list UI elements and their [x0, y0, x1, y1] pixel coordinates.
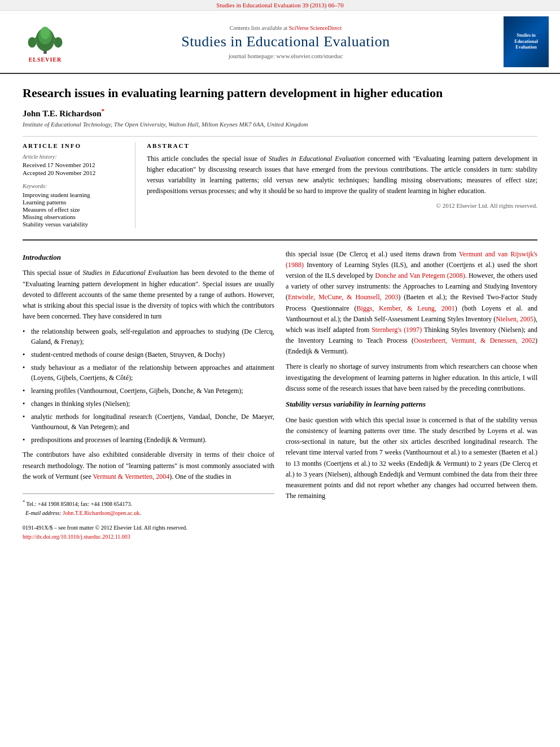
elsevier-tree-icon — [25, 21, 65, 55]
svg-point-7 — [54, 37, 63, 47]
keyword-5: Stability versus variability — [23, 221, 126, 228]
main-content: Research issues in evaluating learning p… — [0, 74, 560, 553]
journal-title: Studies in Educational Evaluation — [79, 33, 492, 50]
keywords-section: Keywords: Improving student learning Lea… — [23, 183, 126, 228]
right-para3: One basic question with which this speci… — [286, 415, 537, 502]
svg-point-6 — [28, 37, 37, 47]
cover-title: Studies inEducationalEvaluation — [514, 33, 537, 50]
doi-link: http://dx.doi.org/10.1016/j.stueduc.2012… — [23, 534, 130, 540]
bullet-2: student-centred methods of course design… — [23, 350, 274, 360]
article-info: ARTICLE INFO Article history: Received 1… — [23, 142, 135, 228]
top-bar: Studies in Educational Evaluation 39 (20… — [0, 0, 560, 11]
bullet-5: changes in thinking styles (Nielsen); — [23, 399, 274, 409]
left-column: Introduction This special issue of Studi… — [23, 249, 274, 542]
section-divider — [23, 239, 537, 241]
bullet-3: study behaviour as a mediator of the rel… — [23, 362, 274, 383]
article-meta: ARTICLE INFO Article history: Received 1… — [23, 136, 537, 228]
publisher-logo-area: ELSEVIER — [11, 21, 79, 63]
donche-petegem-link[interactable]: Donche and Van Petegem (2008) — [375, 272, 465, 279]
affiliation: Institute of Educational Technology, The… — [23, 121, 537, 128]
article-body: Introduction This special issue of Studi… — [23, 249, 537, 542]
oosterheert-link[interactable]: Oosterheert, Vermunt, & Denessen, 2002 — [414, 337, 535, 344]
article-info-title: ARTICLE INFO — [23, 142, 126, 149]
intro-heading: Introduction — [23, 252, 274, 264]
bullet-6: analytic methods for longitudinal resear… — [23, 412, 274, 432]
journal-cover-area: Studies inEducationalEvaluation — [492, 16, 549, 67]
accepted-date: Accepted 20 November 2012 — [23, 169, 126, 176]
footnote-text: * Tel.: +44 1908 858014; fax: +44 1908 6… — [23, 499, 274, 518]
bullet-7: predispositions and processes of learnin… — [23, 435, 274, 445]
journal-cover: Studies inEducationalEvaluation — [504, 16, 549, 67]
keywords-label: Keywords: — [23, 183, 126, 189]
entwistle-link[interactable]: Entwistle, McCune, & Hounsell, 2003 — [288, 293, 399, 301]
right-para2: There is clearly no shortage of survey i… — [286, 361, 537, 394]
keyword-2: Learning patterns — [23, 199, 126, 206]
article-title: Research issues in evaluating learning p… — [23, 85, 537, 102]
sciverse-line: Contents lists available at SciVerse Sci… — [79, 25, 492, 31]
journal-citation: Studies in Educational Evaluation 39 (20… — [216, 2, 343, 8]
bullet-1: the relationship between goals, self-reg… — [23, 326, 274, 347]
contribution-list: the relationship between goals, self-reg… — [23, 326, 274, 445]
intro-para1: This special issue of Studies in Educati… — [23, 268, 274, 322]
para2: The contributors have also exhibited con… — [23, 449, 274, 482]
author-name: John T.E. Richardson* — [23, 107, 537, 119]
vermunt-rijswijk-link[interactable]: Vermunt and van Rijswijk's (1988) — [286, 250, 537, 269]
journal-title-area: Contents lists available at SciVerse Sci… — [79, 25, 492, 59]
abstract-text: This article concludes the special issue… — [147, 154, 537, 197]
footer-ids: 0191-491X/$ – see front matter © 2012 El… — [23, 523, 274, 541]
nielsen-link[interactable]: Nielsen, 2005 — [496, 315, 533, 323]
email-link[interactable]: John.T.E.Richardson@open.ac.uk — [63, 510, 139, 516]
bullet-4: learning profiles (Vanthournout, Coertje… — [23, 386, 274, 396]
footnote-section: * Tel.: +44 1908 858014; fax: +44 1908 6… — [23, 493, 274, 518]
right-para1: this special issue (De Clercq et al.) us… — [286, 249, 537, 357]
sciverse-link[interactable]: SciVerse ScienceDirect — [289, 25, 342, 31]
keyword-1: Improving student learning — [23, 191, 126, 198]
svg-point-3 — [41, 27, 50, 39]
stability-heading: Stability versus variability in learning… — [286, 399, 537, 410]
elsevier-logo: ELSEVIER — [11, 21, 79, 63]
journal-header: ELSEVIER Contents lists available at Sci… — [0, 11, 560, 74]
keyword-3: Measures of effect size — [23, 206, 126, 213]
history-label: Article history: — [23, 154, 126, 160]
elsevier-label: ELSEVIER — [29, 56, 62, 63]
journal-homepage: journal homepage: www.elsevier.com/stued… — [79, 53, 492, 59]
biggs-link[interactable]: Biggs, Kember, & Leung, 2001 — [357, 304, 455, 312]
copyright-line: © 2012 Elsevier Ltd. All rights reserved… — [147, 202, 537, 209]
sternberg-link[interactable]: Sternberg's (1997) — [371, 326, 422, 334]
vermunt-ref-link[interactable]: Vermunt & Vermetten, 2004 — [93, 473, 170, 480]
received-date: Received 17 November 2012 — [23, 161, 126, 168]
right-column: this special issue (De Clercq et al.) us… — [286, 249, 537, 542]
keyword-4: Missing observations — [23, 213, 126, 220]
abstract-title: ABSTRACT — [147, 142, 537, 149]
abstract-section: ABSTRACT This article concludes the spec… — [147, 142, 537, 228]
